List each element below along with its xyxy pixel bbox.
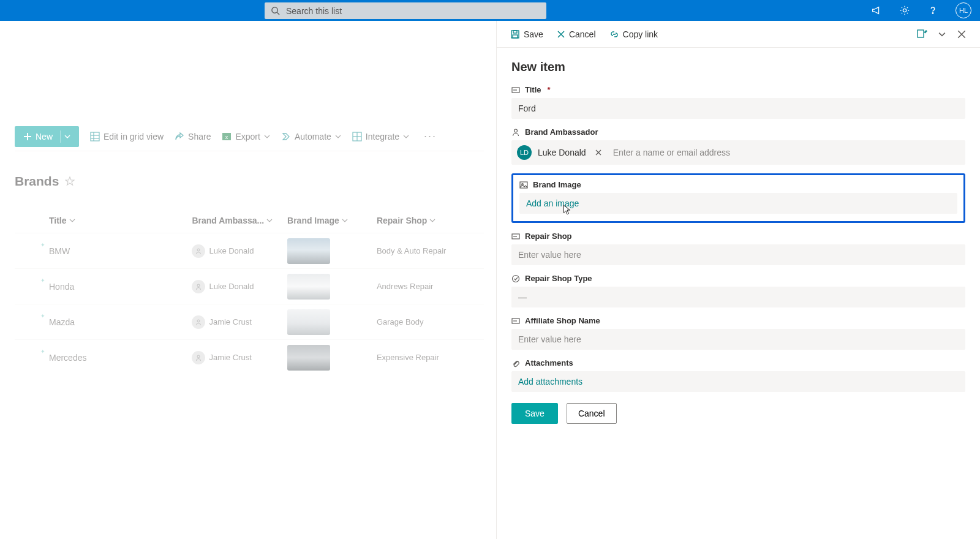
close-panel-icon[interactable] bbox=[957, 29, 967, 39]
people-placeholder: Enter a name or email address bbox=[613, 148, 730, 157]
chip-name: Luke Donald bbox=[538, 148, 586, 157]
svg-rect-18 bbox=[513, 31, 517, 33]
title-input[interactable]: Ford bbox=[511, 98, 965, 119]
svg-point-0 bbox=[272, 7, 277, 13]
edit-form-icon[interactable] bbox=[916, 29, 927, 40]
help-icon[interactable] bbox=[927, 5, 938, 16]
required-indicator: * bbox=[548, 85, 551, 94]
cancel-button[interactable]: Cancel bbox=[567, 403, 617, 424]
svg-rect-20 bbox=[918, 30, 924, 37]
panel-cancel-button[interactable]: Cancel bbox=[557, 29, 596, 39]
link-icon bbox=[609, 29, 619, 39]
svg-line-1 bbox=[277, 12, 279, 15]
panel-title: New item bbox=[511, 60, 965, 74]
chevron-down-icon[interactable] bbox=[938, 31, 946, 38]
megaphone-icon[interactable] bbox=[871, 5, 882, 16]
field-affiliate: Affiliate Shop Name Enter value here bbox=[511, 316, 965, 350]
svg-rect-24 bbox=[520, 182, 527, 188]
search-placeholder: Search this list bbox=[286, 6, 342, 16]
repair-type-input[interactable]: — bbox=[511, 287, 965, 307]
field-brand-image-highlighted: Brand Image Add an image bbox=[511, 173, 965, 223]
person-icon bbox=[511, 128, 520, 137]
svg-rect-19 bbox=[513, 35, 518, 38]
field-attachments: Attachments Add attachments bbox=[511, 358, 965, 392]
choice-icon bbox=[511, 274, 520, 283]
field-ambassador: Brand Ambassador LD Luke Donald Enter a … bbox=[511, 127, 965, 165]
user-avatar[interactable]: HL bbox=[956, 2, 971, 18]
remove-chip-icon[interactable] bbox=[595, 149, 602, 156]
affiliate-input[interactable]: Enter value here bbox=[511, 329, 965, 350]
modal-overlay bbox=[0, 21, 496, 539]
field-title: Title* Ford bbox=[511, 85, 965, 119]
save-button[interactable]: Save bbox=[511, 403, 558, 424]
save-icon bbox=[510, 29, 520, 39]
brand-image-input[interactable]: Add an image bbox=[519, 193, 957, 214]
attachments-input[interactable]: Add attachments bbox=[511, 371, 965, 392]
text-field-icon bbox=[511, 232, 520, 241]
svg-point-28 bbox=[513, 275, 519, 282]
new-item-panel: Save Cancel Copy link New item Title* Fo… bbox=[496, 21, 980, 539]
search-box[interactable]: Search this list bbox=[265, 2, 546, 19]
svg-point-23 bbox=[514, 129, 518, 132]
text-field-icon bbox=[511, 86, 520, 94]
copy-link-button[interactable]: Copy link bbox=[609, 29, 658, 39]
repair-shop-input[interactable]: Enter value here bbox=[511, 244, 965, 265]
field-repair-shop: Repair Shop Enter value here bbox=[511, 232, 965, 265]
chip-avatar: LD bbox=[517, 145, 532, 160]
list-main: New Edit in grid view Share x Export Aut… bbox=[0, 21, 496, 539]
text-field-icon bbox=[511, 317, 520, 325]
panel-save-button[interactable]: Save bbox=[510, 29, 543, 39]
svg-point-3 bbox=[932, 13, 933, 13]
attachment-icon bbox=[511, 359, 520, 368]
gear-icon[interactable] bbox=[899, 5, 910, 16]
svg-point-2 bbox=[903, 9, 906, 12]
suite-header: Search this list HL bbox=[0, 0, 980, 21]
search-icon bbox=[271, 6, 280, 15]
close-icon bbox=[557, 30, 565, 39]
ambassador-input[interactable]: LD Luke Donald Enter a name or email add… bbox=[511, 140, 965, 165]
field-repair-type: Repair Shop Type — bbox=[511, 274, 965, 307]
panel-command-bar: Save Cancel Copy link bbox=[497, 21, 980, 48]
image-icon bbox=[519, 181, 528, 189]
